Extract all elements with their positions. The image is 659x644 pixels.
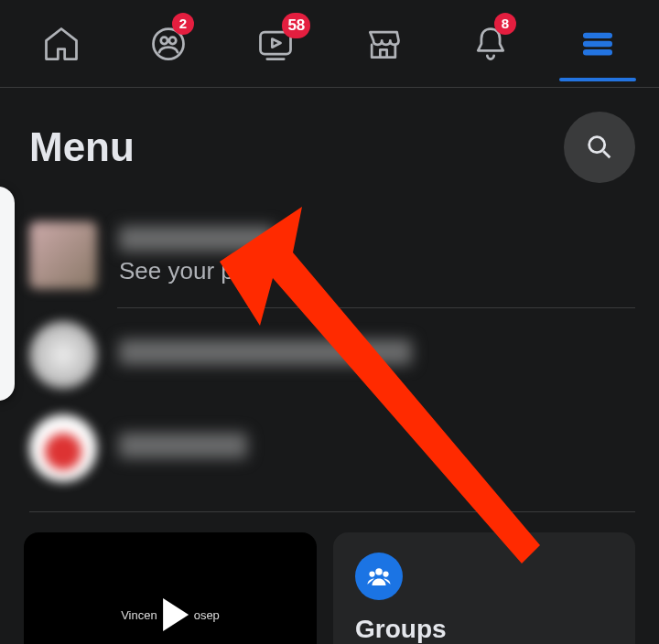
svg-rect-5 (585, 34, 611, 38)
page-header: Menu (24, 112, 635, 183)
play-icon (163, 598, 189, 631)
svg-point-9 (375, 568, 383, 575)
friends-badge: 2 (172, 13, 194, 35)
page-title: Menu (29, 124, 135, 170)
marketplace-icon (363, 24, 404, 64)
page-name-redacted (119, 433, 247, 458)
avatar (29, 414, 97, 482)
shortcut-label: Groups (355, 615, 613, 644)
profile-subtitle: See your profile (119, 257, 286, 285)
page-name-redacted (119, 339, 412, 365)
page-row-1[interactable] (29, 308, 635, 402)
svg-rect-7 (585, 50, 611, 54)
video-caption-right: osep (194, 608, 220, 622)
nav-watch[interactable]: 58 (230, 7, 321, 80)
home-icon (41, 24, 81, 64)
nav-notifications[interactable]: 8 (445, 7, 536, 80)
avatar (29, 321, 97, 389)
profile-list: See your profile (29, 212, 635, 512)
video-caption-left: Vincen (121, 608, 157, 622)
top-nav: 2 58 8 (0, 0, 659, 88)
shortcut-groups[interactable]: Groups (333, 532, 635, 644)
page-row-2[interactable] (29, 402, 635, 495)
shortcut-cards: Vincen osep 01:46:25 ZOOM Groups (24, 512, 635, 644)
menu-page: Menu See your profile Vincen (0, 88, 659, 644)
svg-point-2 (169, 37, 176, 43)
search-icon (584, 132, 615, 163)
nav-home[interactable] (16, 7, 107, 80)
svg-point-8 (589, 137, 605, 153)
svg-point-11 (383, 571, 388, 576)
svg-point-10 (369, 571, 374, 576)
nav-menu[interactable] (552, 7, 643, 80)
active-tab-underline (559, 78, 636, 81)
profile-row-main[interactable]: See your profile (29, 212, 635, 307)
svg-rect-6 (585, 42, 611, 46)
nav-friends[interactable]: 2 (123, 7, 214, 80)
notifications-badge: 8 (494, 13, 516, 35)
nav-marketplace[interactable] (338, 7, 429, 80)
hamburger-icon (578, 24, 618, 64)
profile-name-redacted (119, 226, 275, 252)
groups-icon (355, 553, 403, 600)
video-play-overlay: Vincen osep (121, 598, 220, 631)
watch-badge: 58 (282, 13, 310, 38)
svg-point-1 (161, 37, 167, 43)
avatar (29, 221, 97, 289)
search-button[interactable] (564, 112, 635, 183)
recent-video-card[interactable]: Vincen osep 01:46:25 ZOOM (24, 532, 317, 644)
